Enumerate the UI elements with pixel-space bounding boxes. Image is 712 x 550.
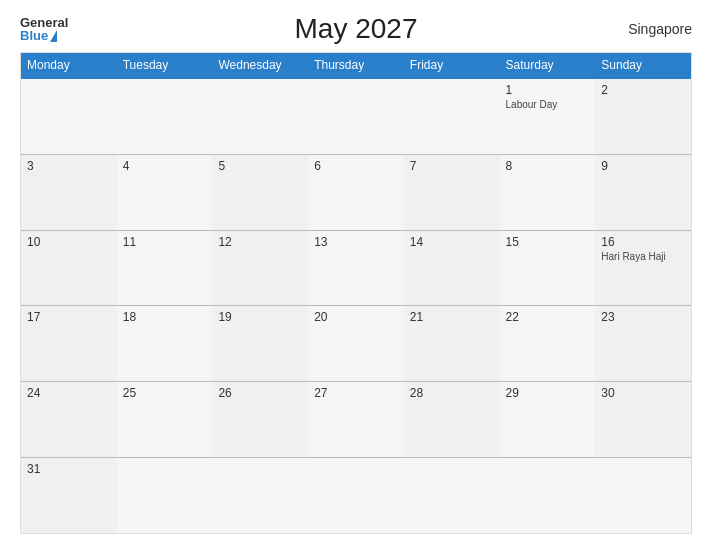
day-cell [308,79,404,154]
day-cell [21,79,117,154]
logo: General Blue [20,16,68,42]
day-cell [404,458,500,533]
day-number: 5 [218,159,302,173]
day-cell: 1Labour Day [500,79,596,154]
day-cell: 19 [212,306,308,381]
day-number: 15 [506,235,590,249]
day-number: 29 [506,386,590,400]
day-cell: 21 [404,306,500,381]
day-cell: 5 [212,155,308,230]
day-number: 23 [601,310,685,324]
day-header-wednesday: Wednesday [212,53,308,77]
day-cell: 7 [404,155,500,230]
holiday-label: Hari Raya Haji [601,251,685,263]
day-header-tuesday: Tuesday [117,53,213,77]
day-cell: 30 [595,382,691,457]
day-cell [212,79,308,154]
day-cell [308,458,404,533]
day-header-friday: Friday [404,53,500,77]
day-number: 19 [218,310,302,324]
day-cell: 13 [308,231,404,306]
page-title: May 2027 [295,13,418,45]
day-cell: 6 [308,155,404,230]
day-cell: 15 [500,231,596,306]
day-header-saturday: Saturday [500,53,596,77]
holiday-label: Labour Day [506,99,590,111]
day-cell: 20 [308,306,404,381]
day-number: 3 [27,159,111,173]
day-cell: 9 [595,155,691,230]
calendar-header: General Blue May 2027 Singapore [20,16,692,42]
day-number: 10 [27,235,111,249]
weeks-container: 1Labour Day2345678910111213141516Hari Ra… [21,77,691,533]
logo-triangle-icon [50,30,57,42]
day-number: 1 [506,83,590,97]
day-number: 12 [218,235,302,249]
day-cell: 23 [595,306,691,381]
day-number: 2 [601,83,685,97]
day-cell: 18 [117,306,213,381]
day-cell: 12 [212,231,308,306]
calendar: MondayTuesdayWednesdayThursdayFridaySatu… [20,52,692,534]
day-number: 20 [314,310,398,324]
day-cell [212,458,308,533]
week-row-4: 17181920212223 [21,305,691,381]
day-number: 13 [314,235,398,249]
day-cell: 4 [117,155,213,230]
day-cell: 3 [21,155,117,230]
week-row-3: 10111213141516Hari Raya Haji [21,230,691,306]
logo-blue-text: Blue [20,29,48,42]
day-cell: 8 [500,155,596,230]
day-cell: 24 [21,382,117,457]
day-number: 9 [601,159,685,173]
day-number: 24 [27,386,111,400]
day-cell [595,458,691,533]
region-label: Singapore [628,21,692,37]
day-cell [404,79,500,154]
day-header-monday: Monday [21,53,117,77]
day-number: 8 [506,159,590,173]
day-number: 14 [410,235,494,249]
day-number: 25 [123,386,207,400]
day-number: 21 [410,310,494,324]
day-cell: 14 [404,231,500,306]
day-cell: 17 [21,306,117,381]
day-cell: 29 [500,382,596,457]
day-number: 4 [123,159,207,173]
day-cell: 28 [404,382,500,457]
day-cell [117,79,213,154]
week-row-2: 3456789 [21,154,691,230]
week-row-5: 24252627282930 [21,381,691,457]
day-cell: 27 [308,382,404,457]
day-cell [500,458,596,533]
day-number: 16 [601,235,685,249]
day-header-thursday: Thursday [308,53,404,77]
day-number: 18 [123,310,207,324]
day-number: 26 [218,386,302,400]
day-number: 17 [27,310,111,324]
day-number: 31 [27,462,111,476]
day-number: 22 [506,310,590,324]
week-row-6: 31 [21,457,691,533]
week-row-1: 1Labour Day2 [21,77,691,154]
day-number: 30 [601,386,685,400]
day-cell: 10 [21,231,117,306]
day-cell [117,458,213,533]
day-cell: 31 [21,458,117,533]
day-cell: 11 [117,231,213,306]
day-cell: 16Hari Raya Haji [595,231,691,306]
day-cell: 25 [117,382,213,457]
day-number: 28 [410,386,494,400]
day-cell: 2 [595,79,691,154]
day-number: 27 [314,386,398,400]
day-cell: 26 [212,382,308,457]
day-headers-row: MondayTuesdayWednesdayThursdayFridaySatu… [21,53,691,77]
day-header-sunday: Sunday [595,53,691,77]
day-cell: 22 [500,306,596,381]
day-number: 7 [410,159,494,173]
day-number: 11 [123,235,207,249]
day-number: 6 [314,159,398,173]
